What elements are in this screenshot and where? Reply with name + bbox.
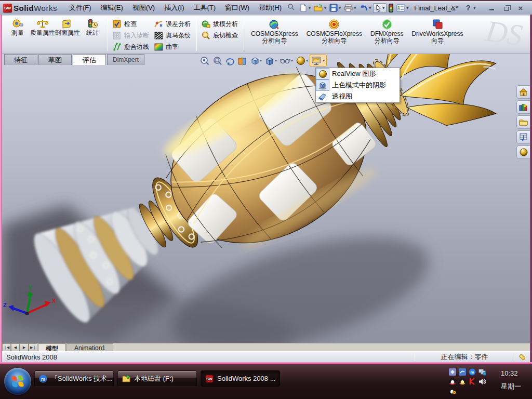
network-tray-icon[interactable] — [478, 368, 486, 376]
print-button[interactable]: ▾ — [343, 4, 357, 12]
curvature-button[interactable]: 曲率 — [152, 41, 194, 52]
menu-window[interactable]: 窗口(W) — [220, 2, 254, 14]
minimize-button[interactable] — [487, 4, 496, 11]
last-tab-button[interactable]: ▶❘ — [29, 343, 37, 351]
next-tab-button[interactable]: ▶ — [20, 343, 29, 351]
model-tab[interactable]: 模型 — [38, 343, 66, 351]
realview-dropdown-menu: RealView 图形 上色模式中的阴影 透视图 — [315, 68, 400, 103]
tab-evaluate[interactable]: 评估 — [73, 54, 106, 65]
menu-help[interactable]: 帮助(H) — [254, 2, 286, 14]
file-explorer-tab[interactable] — [516, 115, 530, 129]
toolbar-separator — [244, 19, 244, 51]
graphics-viewport[interactable]: Y X Z 特征 草图 评估 DimXpert — [2, 54, 530, 343]
disk-folder-icon — [122, 375, 130, 382]
appearances-tab[interactable] — [516, 145, 530, 159]
tag-button[interactable] — [514, 353, 530, 361]
rotate-view-button[interactable] — [223, 55, 236, 66]
command-manager-tabs: 特征 草图 评估 DimXpert — [4, 54, 145, 65]
realview-button[interactable]: ▾ — [310, 55, 327, 66]
menu-item-shadows-in-shaded-mode[interactable]: 上色模式中的阴影 — [316, 79, 400, 91]
taskbar-item-local-disk[interactable]: 本地磁盘 (F:) — [117, 370, 197, 387]
statusbar: SolidWorks 2008 正在编辑：零件 — [2, 351, 530, 362]
tab-dimxpert[interactable]: DimXpert — [107, 54, 144, 65]
display-style-button[interactable]: ▾ — [263, 55, 278, 66]
qq-tray-icon[interactable] — [449, 378, 456, 385]
design-library-tab[interactable] — [516, 100, 530, 114]
heads-up-view-toolbar: ▾ ▾ ▾ ▾ ▾ — [198, 55, 327, 66]
driveworksxpress-icon — [431, 18, 444, 31]
rebuild-button[interactable] — [388, 3, 394, 13]
deviation-analysis-button[interactable]: 误差分析 — [152, 18, 194, 30]
cosmosfloxpress-button[interactable]: COSMOSFloXpress 分析向导 — [302, 17, 366, 44]
save-button[interactable]: ▾ — [328, 3, 342, 12]
volume-tray-icon[interactable] — [478, 378, 486, 385]
tab-features[interactable]: 特征 — [4, 54, 37, 65]
options-button[interactable]: ▾ — [395, 4, 409, 12]
draft-analysis-button[interactable]: 拔模分析 — [200, 18, 241, 30]
svg-text:m: m — [41, 376, 45, 381]
cosmosxpress-button[interactable]: COSMOSXpress 分析向导 — [247, 17, 302, 44]
section-view-button[interactable] — [236, 55, 248, 66]
undercut-check-button[interactable]: 底切检查 — [200, 30, 241, 41]
mass-properties-button[interactable]: 质量属性 — [30, 17, 55, 36]
zebra-stripes-button[interactable]: 斑马条纹 — [152, 30, 194, 41]
maxthon-tray-icon[interactable]: m — [469, 368, 476, 376]
toolbar-separator — [108, 19, 108, 51]
resources-tab[interactable] — [516, 85, 530, 99]
start-button[interactable] — [4, 368, 31, 395]
menu-item-perspective[interactable]: 透视图 — [316, 91, 400, 102]
design-library-icon — [519, 103, 528, 111]
close-button[interactable]: × — [516, 4, 525, 11]
custom-properties-tab[interactable] — [516, 130, 530, 144]
thunder-tray-icon[interactable] — [449, 368, 456, 376]
view-orientation-button[interactable]: ▾ — [248, 55, 263, 66]
driveworksxpress-button[interactable]: DriveWorksXpress 向导 — [407, 17, 467, 44]
menu-item-realview-graphics[interactable]: RealView 图形 — [316, 68, 400, 79]
print-icon — [344, 4, 353, 12]
heal-edges-button[interactable]: 愈合边线 — [111, 41, 152, 52]
new-document-button[interactable]: ▾ — [298, 3, 312, 12]
save-icon — [329, 4, 338, 12]
check-button[interactable]: ? 检查 — [111, 18, 152, 30]
solidworks-window: SW SolidWorks 文件(F) 编辑(E) 视图(V) 插入(I) 工具… — [0, 0, 532, 364]
zoom-to-area-button[interactable] — [211, 55, 223, 66]
menu-view[interactable]: 视图(V) — [128, 2, 159, 14]
restore-button[interactable] — [502, 4, 510, 11]
first-tab-button[interactable]: ❘◀ — [2, 343, 11, 351]
window-controls: × — [487, 4, 529, 11]
hide-show-items-button[interactable]: ▾ — [278, 55, 295, 66]
import-diagnostics-icon — [112, 32, 122, 39]
editing-status: 正在编辑：零件 — [415, 352, 514, 362]
prev-tab-button[interactable]: ◀ — [11, 343, 20, 351]
taskbar-clock[interactable]: 10:32 星期一 — [501, 369, 528, 391]
messenger-tray-icon[interactable] — [459, 368, 466, 376]
menu-tools[interactable]: 工具(T) — [189, 2, 220, 14]
select-tool-button[interactable]: ▾ — [373, 3, 387, 13]
open-button[interactable]: ▾ — [313, 3, 327, 12]
menu-file[interactable]: 文件(F) — [64, 2, 96, 14]
taskbar-item-browser[interactable]: m 『SolidWorks 技术... — [34, 370, 114, 387]
clock-time: 10:32 — [501, 369, 528, 377]
document-title: Finial_Leaf_&* — [414, 4, 458, 12]
animation-tab[interactable]: Animation1 — [66, 343, 113, 351]
menu-insert[interactable]: 插入(I) — [159, 2, 189, 14]
qq-tray-icon-2[interactable] — [459, 378, 466, 385]
measure-button[interactable]: 测量 — [5, 17, 30, 36]
taskbar-item-solidworks[interactable]: SW SolidWorks 2008 ... — [201, 370, 280, 387]
zoom-to-area-icon — [212, 56, 222, 65]
dfmxpress-button[interactable]: DFMXpress 分析向导 — [366, 17, 407, 44]
kaspersky-tray-icon[interactable] — [469, 378, 476, 385]
search-assistant-tray-icon[interactable] — [449, 387, 456, 394]
zoom-to-fit-button[interactable] — [198, 55, 211, 66]
undo-button[interactable]: ▾ — [358, 4, 372, 12]
tab-sketch[interactable]: 草图 — [38, 54, 72, 65]
taskbar-buttons: m 『SolidWorks 技术... 本地磁盘 (F:) SW SolidWo… — [34, 370, 280, 387]
search-icon[interactable] — [287, 3, 295, 12]
edit-appearance-button[interactable]: ▾ — [295, 55, 310, 66]
menu-edit[interactable]: 编辑(E) — [96, 2, 128, 14]
statistics-button[interactable]: 统计 — [80, 17, 105, 36]
cosmosxpress-icon — [268, 18, 281, 31]
section-properties-button[interactable]: 剖面属性 — [55, 17, 80, 36]
help-button[interactable]: ?▾ — [463, 3, 477, 12]
desktop: SW SolidWorks 文件(F) 编辑(E) 视图(V) 插入(I) 工具… — [0, 0, 532, 399]
